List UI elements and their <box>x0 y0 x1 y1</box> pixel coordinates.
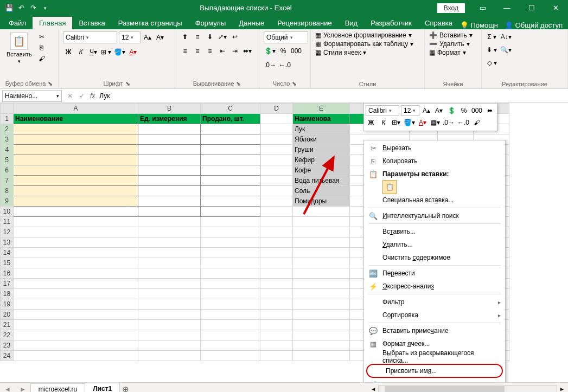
underline-icon[interactable]: Ч ▾ <box>88 47 99 57</box>
tab-insert[interactable]: Вставка <box>72 17 111 29</box>
cell-E18[interactable] <box>293 289 350 299</box>
cell-B18[interactable] <box>138 289 201 299</box>
cell-D5[interactable] <box>260 155 293 165</box>
shrink-font-icon[interactable]: A▾ <box>155 32 165 43</box>
row-header-20[interactable]: 20 <box>1 310 14 320</box>
grow-font-icon[interactable]: A▴ <box>142 32 153 43</box>
mini-percent-icon[interactable]: % <box>458 105 469 116</box>
tell-me[interactable]: 💡 Помощн <box>460 21 498 29</box>
tab-review[interactable]: Рецензирование <box>271 17 338 29</box>
cell-C22[interactable] <box>201 330 260 340</box>
sheet-tab-2[interactable]: Лист1 <box>85 383 120 392</box>
cell-D2[interactable] <box>260 124 293 134</box>
mini-grow-icon[interactable]: A▴ <box>421 105 432 116</box>
mini-size-combo[interactable]: 12▾ <box>401 105 419 116</box>
find-icon[interactable]: 🔍▾ <box>500 44 512 55</box>
cell-B19[interactable] <box>138 299 201 310</box>
cell-A9[interactable] <box>14 196 138 207</box>
dec-decimal-icon[interactable]: ←.0 <box>278 60 291 70</box>
cell-B4[interactable] <box>138 145 201 155</box>
cell-A6[interactable] <box>14 165 138 176</box>
tab-formulas[interactable]: Формулы <box>189 17 233 29</box>
cell-A20[interactable] <box>14 310 138 320</box>
row-header-2[interactable]: 2 <box>1 124 14 134</box>
mini-fontcolor-icon[interactable]: A▾ <box>417 117 428 128</box>
cell-A13[interactable] <box>14 237 138 248</box>
cell-E12[interactable] <box>293 227 350 237</box>
scroll-left-icon[interactable]: ◄ <box>371 386 376 392</box>
new-sheet-button[interactable]: ⊕ <box>119 384 131 393</box>
minimize-icon[interactable]: — <box>495 0 519 16</box>
cell-D24[interactable] <box>260 351 293 361</box>
cell-A21[interactable] <box>14 320 138 330</box>
ctx-smart-lookup[interactable]: 🔍Интеллектуальный поиск <box>364 209 505 222</box>
cell-A7[interactable] <box>14 176 138 186</box>
cell-D7[interactable] <box>260 176 293 186</box>
italic-icon[interactable]: К <box>75 47 86 57</box>
cell-C10[interactable] <box>201 207 260 217</box>
mini-comma-icon[interactable]: 000 <box>471 105 483 116</box>
cell-E1[interactable]: Наименова <box>293 114 350 124</box>
cell-C9[interactable] <box>201 196 260 207</box>
align-middle-icon[interactable]: ≡ <box>192 31 203 42</box>
sort-filter-icon[interactable]: A↓▾ <box>500 31 512 42</box>
close-icon[interactable]: ✕ <box>544 0 568 16</box>
row-header-17[interactable]: 17 <box>1 279 14 289</box>
borders-icon[interactable]: ⊞ ▾ <box>100 47 112 57</box>
cell-C4[interactable] <box>201 145 260 155</box>
cell-E2[interactable]: Лук <box>293 124 350 134</box>
tab-help[interactable]: Справка <box>418 17 459 29</box>
cell-C18[interactable] <box>201 289 260 299</box>
cell-A11[interactable] <box>14 217 138 227</box>
fill-color-icon[interactable]: 🪣▾ <box>113 47 126 57</box>
format-table-button[interactable]: ▦ Форматировать как таблицу ▾ <box>315 40 413 48</box>
cell-D22[interactable] <box>260 330 293 340</box>
worksheet-grid[interactable]: ABCDEFGHI1НаименованиеЕд. измеренияПрода… <box>0 103 568 382</box>
cell-D1[interactable] <box>260 114 293 124</box>
cell-B16[interactable] <box>138 268 201 279</box>
cell-C1[interactable]: Продано, шт. <box>201 114 260 124</box>
cell-E20[interactable] <box>293 310 350 320</box>
save-icon[interactable]: 💾 <box>4 3 14 13</box>
ribbon-options-icon[interactable]: ▭ <box>470 0 495 16</box>
cell-E16[interactable] <box>293 268 350 279</box>
cell-A18[interactable] <box>14 289 138 299</box>
format-cells-button[interactable]: ▦ Формат ▾ <box>429 49 473 56</box>
ctx-insert[interactable]: Вставить... <box>364 225 505 238</box>
col-header-A[interactable]: A <box>14 104 138 114</box>
cell-B10[interactable] <box>138 207 201 217</box>
sheet-nav-prev[interactable]: ◄ <box>0 385 15 393</box>
cut-icon[interactable]: ✂ <box>36 31 47 42</box>
row-header-23[interactable]: 23 <box>1 340 14 351</box>
cell-D3[interactable] <box>260 134 293 145</box>
row-header-10[interactable]: 10 <box>1 207 14 217</box>
indent-dec-icon[interactable]: ⇤ <box>217 46 228 56</box>
cell-A23[interactable] <box>14 340 138 351</box>
row-header-24[interactable]: 24 <box>1 351 14 361</box>
row-header-21[interactable]: 21 <box>1 320 14 330</box>
accept-formula-icon[interactable]: ✓ <box>76 92 88 100</box>
cell-B14[interactable] <box>138 248 201 258</box>
mini-bold-icon[interactable]: Ж <box>366 117 376 128</box>
cell-D14[interactable] <box>260 248 293 258</box>
cell-E24[interactable] <box>293 351 350 361</box>
cell-A15[interactable] <box>14 258 138 268</box>
align-center-icon[interactable]: ≡ <box>192 46 203 56</box>
row-header-11[interactable]: 11 <box>1 217 14 227</box>
mini-merge-icon[interactable]: ⬌ <box>484 105 495 116</box>
cell-C13[interactable] <box>201 237 260 248</box>
ctx-pick-from-list[interactable]: Выбрать из раскрывающегося списка... <box>364 350 505 363</box>
cell-E22[interactable] <box>293 330 350 340</box>
row-header-1[interactable]: 1 <box>1 114 14 124</box>
cell-E4[interactable]: Груши <box>293 145 350 155</box>
tab-layout[interactable]: Разметка страницы <box>112 17 189 29</box>
row-header-19[interactable]: 19 <box>1 299 14 310</box>
row-header-3[interactable]: 3 <box>1 134 14 145</box>
col-header-C[interactable]: C <box>201 104 260 114</box>
qat-more-icon[interactable]: ▾ <box>40 3 50 13</box>
cell-A10[interactable] <box>14 207 138 217</box>
align-top-icon[interactable]: ⬆ <box>180 31 190 42</box>
cell-D6[interactable] <box>260 165 293 176</box>
cell-E6[interactable]: Кофе <box>293 165 350 176</box>
font-size-combo[interactable]: 12▾ <box>119 31 141 43</box>
